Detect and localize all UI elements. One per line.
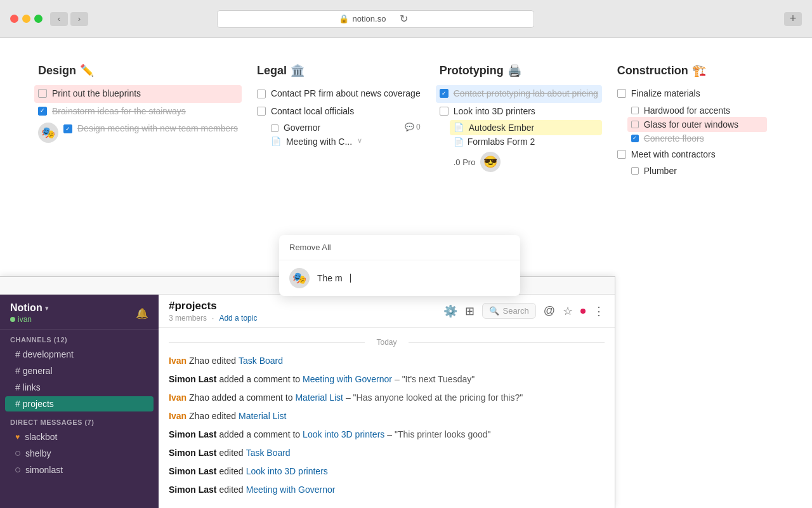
channel-development[interactable]: # development bbox=[5, 347, 154, 362]
prototyping-column-header: Prototyping 🖨️ bbox=[440, 64, 598, 77]
subitem-glass[interactable]: Glass for outer windows bbox=[627, 117, 767, 132]
doc-icon-meeting: 📄 bbox=[271, 137, 281, 146]
msg-sender-2: Simon Last bbox=[169, 373, 216, 386]
construction-emoji: 🏗️ bbox=[692, 64, 706, 77]
construction-column-header: Construction 🏗️ bbox=[617, 64, 763, 77]
reload-button[interactable]: ↻ bbox=[395, 12, 412, 26]
task-text-print-blueprints: Print out the blueprints bbox=[52, 88, 141, 100]
msg-link-2[interactable]: Meeting with Governor bbox=[303, 373, 392, 386]
dm-label: DIRECT MESSAGES (7) bbox=[0, 412, 159, 429]
checkbox-pr-firm[interactable] bbox=[257, 90, 266, 98]
subitem-text-plumber: Plumber bbox=[644, 166, 677, 176]
dropdown-popup: Remove All 🎭 The m bbox=[279, 235, 520, 296]
msg-link-5[interactable]: Look into 3D printers bbox=[303, 428, 384, 441]
forward-button[interactable]: › bbox=[70, 12, 88, 26]
subitem-text-glass: Glass for outer windows bbox=[644, 119, 738, 130]
channels-label: CHANNELS (12) bbox=[0, 330, 159, 346]
docitem-autodesk[interactable]: 📄 Autodesk Ember bbox=[450, 120, 602, 135]
task-pr-firm[interactable]: Contact PR firm about news coverage bbox=[257, 88, 421, 100]
back-button[interactable]: ‹ bbox=[50, 12, 68, 26]
msg-text-before-6: edited bbox=[219, 446, 243, 460]
search-placeholder: Search bbox=[503, 306, 529, 316]
sub-checkbox-governor[interactable] bbox=[271, 124, 278, 132]
minimize-button[interactable] bbox=[22, 15, 30, 23]
checkbox-brainstorm[interactable] bbox=[38, 107, 47, 116]
dm-shelby[interactable]: shelby bbox=[5, 446, 154, 461]
dropdown-header: Remove All bbox=[279, 235, 520, 260]
task-text-local-officials: Contact local officials bbox=[271, 105, 354, 118]
dm-simonlast[interactable]: simonlast bbox=[5, 462, 154, 478]
subitem-plumber[interactable]: Plumber bbox=[631, 166, 763, 176]
msg-link-4[interactable]: Material List bbox=[239, 410, 286, 423]
subitem-expand: ∨ bbox=[357, 137, 362, 145]
sub-checkbox-hardwood[interactable] bbox=[631, 107, 639, 114]
message-3: Ivan Zhao added a comment to Material Li… bbox=[169, 391, 605, 404]
checkbox-3d-printers[interactable] bbox=[440, 107, 449, 116]
text-cursor bbox=[350, 274, 351, 283]
channel-name-links: links bbox=[23, 382, 41, 392]
slack-messages: Today Ivan Zhao edited Task Board Simon … bbox=[159, 328, 615, 508]
address-bar[interactable]: 🔒 notion.so ↻ bbox=[217, 10, 534, 28]
legal-column: Legal 🏛️ Contact PR firm about news cove… bbox=[257, 64, 421, 176]
task-finalize-materials[interactable]: Finalize materials bbox=[617, 88, 763, 100]
dropdown-avatar: 🎭 bbox=[289, 268, 310, 288]
maximize-button[interactable] bbox=[34, 15, 43, 23]
browser-chrome: ‹ › 🔒 notion.so ↻ + bbox=[0, 0, 812, 38]
task-meet-contractors[interactable]: Meet with contractors bbox=[617, 149, 763, 161]
channel-general[interactable]: # general bbox=[5, 363, 154, 378]
sub-checkbox-concrete[interactable] bbox=[631, 135, 639, 142]
task-3d-printers[interactable]: Look into 3D printers bbox=[440, 105, 598, 118]
new-tab-button[interactable]: + bbox=[784, 12, 802, 26]
prototyping-task-list: Contact prototyping lab about pricing Lo… bbox=[440, 88, 598, 172]
sub-checkbox-plumber[interactable] bbox=[631, 167, 639, 175]
task-brainstorm[interactable]: Brainstorm ideas for the stairways bbox=[38, 105, 238, 118]
checkbox-meet-contractors[interactable] bbox=[617, 150, 626, 159]
checkbox-local-officials[interactable] bbox=[257, 107, 266, 116]
task-contact-lab[interactable]: Contact prototyping lab about pricing bbox=[436, 85, 602, 103]
checkbox-print-blueprints[interactable] bbox=[38, 89, 47, 98]
notification-bell[interactable]: 🔔 bbox=[136, 307, 148, 319]
at-icon[interactable]: @ bbox=[544, 304, 555, 318]
msg-text-before-5: added a comment to bbox=[219, 428, 300, 441]
checkbox-design-meeting[interactable] bbox=[63, 124, 72, 133]
msg-link-1[interactable]: Task Board bbox=[239, 354, 283, 368]
msg-quote-5: – "This printer looks good" bbox=[387, 428, 490, 441]
task-design-meeting[interactable]: 🎭 Design meeting with new team members bbox=[38, 123, 238, 143]
checkbox-finalize-materials[interactable] bbox=[617, 89, 626, 98]
subitem-hardwood[interactable]: Hardwood for accents bbox=[631, 105, 763, 116]
construction-task-list: Finalize materials Hardwood for accents … bbox=[617, 88, 763, 176]
dropdown-item[interactable]: 🎭 The m bbox=[279, 260, 520, 296]
msg-link-3[interactable]: Material List bbox=[295, 391, 343, 404]
construction-column: Construction 🏗️ Finalize materials Hardw… bbox=[617, 64, 763, 176]
channel-projects[interactable]: # projects bbox=[5, 396, 154, 411]
layout-icon[interactable]: ⊞ bbox=[465, 304, 475, 318]
subitem-governor[interactable]: Governor 💬 0 bbox=[271, 123, 421, 133]
dm-slackbot[interactable]: ♥ slackbot bbox=[5, 429, 154, 444]
add-topic-link[interactable]: Add a topic bbox=[219, 314, 257, 323]
slack-body: Notion ▾ ivan 🔔 CHANNELS (12) # developm… bbox=[0, 295, 615, 508]
checkbox-contact-lab[interactable] bbox=[440, 89, 449, 98]
msg-link-7[interactable]: Look into 3D printers bbox=[246, 465, 328, 478]
msg-link-8[interactable]: Meeting with Governor bbox=[246, 483, 336, 497]
shelby-status-icon bbox=[15, 451, 20, 456]
msg-text-before-3: Zhao added a comment to bbox=[189, 391, 292, 404]
docitem-formlabs[interactable]: 📄 Formlabs Form 2 bbox=[454, 137, 598, 147]
close-button[interactable] bbox=[10, 15, 18, 23]
msg-link-6[interactable]: Task Board bbox=[246, 446, 291, 460]
subitem-meeting-c[interactable]: 📄 Meeting with C... ∨ bbox=[271, 137, 421, 147]
settings-icon[interactable]: ⚙️ bbox=[443, 304, 457, 318]
design-title: Design bbox=[38, 64, 76, 77]
legal-task-list: Contact PR firm about news coverage Cont… bbox=[257, 88, 421, 147]
search-box[interactable]: 🔍 Search bbox=[482, 303, 536, 319]
sub-checkbox-glass[interactable] bbox=[631, 121, 639, 128]
task-local-officials[interactable]: Contact local officials bbox=[257, 105, 421, 118]
task-print-blueprints[interactable]: Print out the blueprints bbox=[34, 85, 242, 103]
notion-board: Design ✏️ Print out the blueprints Brain… bbox=[0, 38, 812, 189]
design-column: Design ✏️ Print out the blueprints Brain… bbox=[38, 64, 238, 176]
comment-icon: 💬 bbox=[405, 123, 414, 131]
star-icon[interactable]: ☆ bbox=[563, 304, 573, 318]
msg-sender-4: Ivan bbox=[169, 410, 187, 423]
channel-links[interactable]: # links bbox=[5, 380, 154, 395]
subitem-concrete[interactable]: Concrete floors bbox=[631, 133, 763, 144]
more-icon[interactable]: ⋮ bbox=[593, 304, 605, 318]
